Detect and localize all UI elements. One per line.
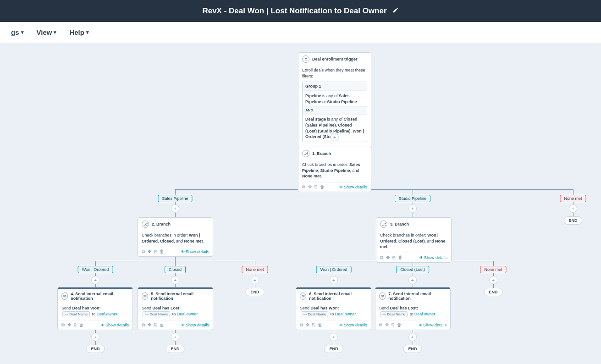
action6-title: 6. Send internal email notification (309, 292, 367, 301)
workflow-canvas[interactable]: ⚙ Deal enrollment trigger Enroll deals w… (0, 43, 601, 364)
branch-tag-sales[interactable]: Sales Pipeline (158, 195, 192, 202)
branch-tag-studio[interactable]: Studio Pipeline (395, 195, 430, 202)
move-icon[interactable]: ✥ (308, 184, 312, 190)
move-icon[interactable]: ✥ (386, 255, 390, 260)
action5-card[interactable]: ✉ 5. Send internal email notification Se… (138, 287, 213, 330)
show-details-link[interactable]: Show details (339, 185, 367, 189)
chevron-down-icon: ▾ (86, 29, 89, 35)
add-step-button[interactable]: + (171, 204, 179, 213)
filter-and: AND (303, 106, 367, 114)
branch3-title: 3. Branch (390, 222, 409, 226)
chevron-down-icon: ▾ (21, 29, 24, 35)
end-node: END (165, 345, 184, 353)
action7-card[interactable]: ✉ 7. Send internal email notification Se… (375, 287, 451, 330)
menubar: gs▾ View▾ Help▾ (0, 22, 601, 43)
add-step-button[interactable]: + (251, 276, 259, 284)
add-step-button[interactable]: + (171, 276, 179, 284)
clone-icon[interactable]: ⎘ (392, 255, 395, 260)
deal-owner-link[interactable]: Deal owner (414, 312, 435, 316)
action6-card[interactable]: ✉ 6. Send internal email notification Se… (296, 287, 371, 330)
end-node: END (403, 345, 422, 353)
show-details-link[interactable]: Show details (339, 323, 367, 327)
branch-tag-won[interactable]: Won | Ordered (78, 266, 113, 273)
clone-icon[interactable]: ⎘ (154, 322, 157, 328)
delete-icon[interactable]: 🗑 (318, 322, 322, 328)
branch-icon: ⎇ (142, 221, 149, 228)
deal-owner-link[interactable]: Deal owner (335, 312, 356, 316)
branch1-card[interactable]: ⎇ 1. Branch Check branches in order: Sal… (298, 147, 371, 192)
deal-owner-link[interactable]: Deal owner (97, 312, 117, 316)
deal-owner-link[interactable]: Deal owner (177, 312, 198, 316)
move-icon[interactable]: ✥ (385, 322, 389, 328)
page-title: RevX - Deal Won | Lost Notification to D… (202, 6, 386, 16)
add-step-button[interactable]: + (91, 333, 99, 341)
clone-icon[interactable]: ⎘ (314, 184, 317, 190)
email-icon: ✉ (61, 292, 68, 300)
branch-tag-closed[interactable]: Closed (165, 266, 186, 273)
branch-tag-none[interactable]: None met (560, 195, 586, 202)
show-details-link[interactable]: Show details (419, 255, 447, 260)
branch2-card[interactable]: ⎇ 2. Branch Check branches in order: Won… (138, 217, 213, 257)
show-details-link[interactable]: Show details (181, 323, 209, 327)
branch3-body: Check branches in order: Won | Ordered, … (376, 231, 451, 253)
delete-icon[interactable]: 🗑 (320, 184, 325, 190)
show-details-link[interactable]: Show details (101, 323, 129, 327)
edit-title-icon[interactable] (392, 7, 399, 15)
filter-rule: Pipeline is any of Sales Pipeline or Stu… (303, 91, 367, 106)
clone-icon[interactable]: ⎘ (74, 322, 77, 328)
move-icon[interactable]: ✥ (148, 322, 151, 328)
add-step-button[interactable]: + (330, 276, 338, 284)
action7-body: Send Deal has Lost: — Deal Name to Deal … (375, 303, 450, 320)
add-step-button[interactable]: + (330, 333, 338, 341)
move-icon[interactable]: ✥ (148, 249, 151, 254)
show-details-link[interactable]: Show details (419, 323, 447, 327)
trigger-subtitle: Enroll deals when they meet these filter… (298, 66, 371, 82)
end-node: END (324, 345, 343, 353)
delete-icon[interactable]: 🗑 (160, 249, 164, 254)
menu-view[interactable]: View▾ (30, 28, 63, 36)
menu-help[interactable]: Help▾ (63, 28, 95, 36)
delete-icon[interactable]: 🗑 (79, 322, 84, 328)
end-node: END (86, 345, 105, 353)
branch1-body: Check branches in order: Sales Pipeline,… (298, 160, 371, 182)
copy-icon[interactable]: ⧉ (61, 322, 65, 328)
move-icon[interactable]: ✥ (67, 322, 71, 328)
email-icon: ✉ (142, 292, 148, 300)
copy-icon[interactable]: ⧉ (300, 322, 303, 328)
add-step-button[interactable]: + (569, 204, 577, 213)
add-step-button[interactable]: + (91, 276, 99, 284)
delete-icon[interactable]: 🗑 (160, 322, 164, 328)
action7-title: 7. Send internal email notification (388, 292, 447, 301)
action4-card[interactable]: ✉ 4. Send internal email notification Se… (57, 287, 133, 330)
copy-icon[interactable]: ⧉ (142, 322, 145, 328)
branch-tag-closedlost[interactable]: Closed (Lost) (396, 266, 429, 273)
show-details-link[interactable]: Show details (181, 249, 209, 254)
delete-icon[interactable]: 🗑 (397, 322, 402, 328)
action4-body: Send Deal has Won: — Deal Name to Deal o… (58, 303, 132, 320)
menu-settings[interactable]: gs▾ (5, 28, 30, 36)
chevron-down-icon: ▾ (54, 29, 56, 35)
branch-tag-won[interactable]: Won | Ordered (316, 266, 352, 273)
trigger-icon: ⚙ (302, 55, 309, 63)
copy-icon[interactable]: ⧉ (379, 322, 382, 328)
branch-tag-none[interactable]: None met (242, 266, 268, 273)
add-step-button[interactable]: + (331, 133, 339, 141)
delete-icon[interactable]: 🗑 (398, 255, 403, 260)
add-step-button[interactable]: + (408, 204, 417, 213)
clone-icon[interactable]: ⎘ (312, 322, 315, 328)
clone-icon[interactable]: ⎘ (391, 322, 394, 328)
clone-icon[interactable]: ⎘ (154, 249, 157, 254)
move-icon[interactable]: ✥ (306, 322, 309, 328)
branch2-body: Check branches in order: Won | Ordered, … (138, 231, 213, 247)
add-step-button[interactable]: + (408, 276, 417, 284)
email-icon: ✉ (379, 292, 386, 300)
add-step-button[interactable]: + (489, 276, 497, 284)
copy-icon[interactable]: ⧉ (380, 255, 383, 260)
copy-icon[interactable]: ⧉ (302, 184, 305, 190)
add-step-button[interactable]: + (171, 333, 179, 341)
copy-icon[interactable]: ⧉ (142, 249, 145, 254)
add-step-button[interactable]: + (408, 333, 417, 341)
branch-tag-none[interactable]: None met (480, 266, 506, 273)
branch-icon: ⎇ (380, 221, 387, 228)
branch3-card[interactable]: ⎇ 3. Branch Check branches in order: Won… (376, 217, 452, 263)
